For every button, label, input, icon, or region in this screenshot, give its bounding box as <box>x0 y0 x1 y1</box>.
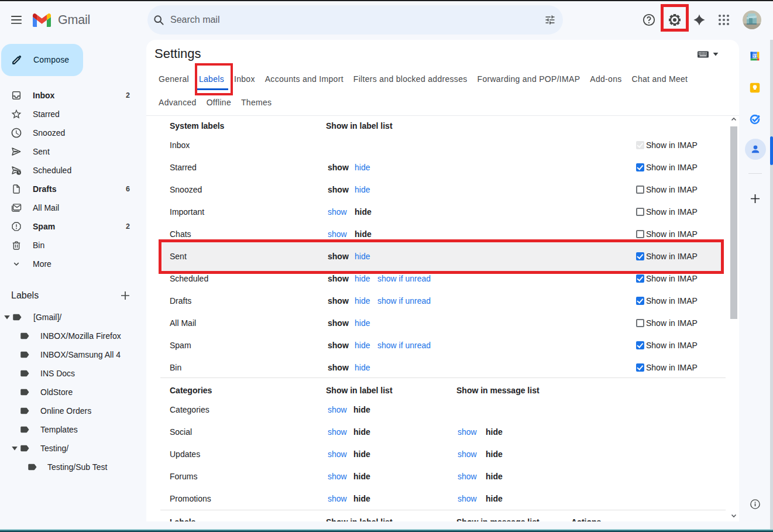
svg-text:31: 31 <box>753 54 758 59</box>
